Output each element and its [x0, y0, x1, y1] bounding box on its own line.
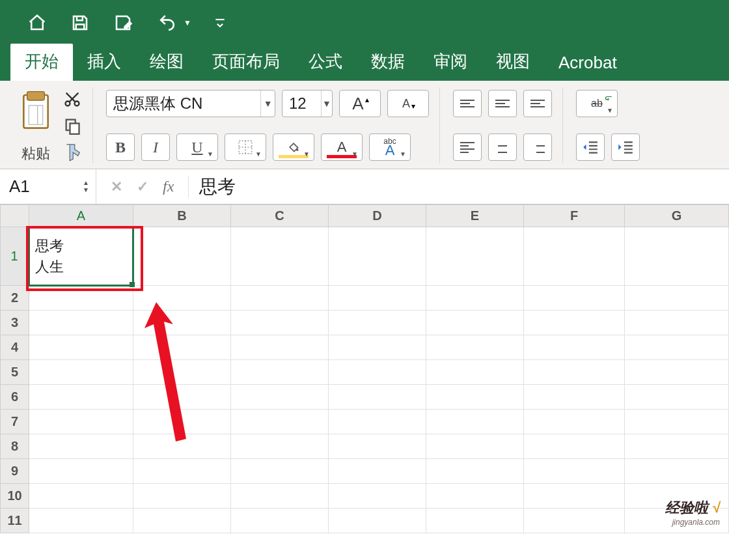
cell[interactable]	[133, 335, 231, 360]
cell[interactable]	[29, 410, 133, 434]
row-header[interactable]: 11	[1, 509, 29, 533]
borders-button[interactable]: ▼	[225, 133, 266, 161]
cell[interactable]	[329, 509, 426, 533]
cell[interactable]	[133, 311, 231, 335]
row-header[interactable]: 4	[1, 335, 29, 360]
tab-insert[interactable]: 插入	[73, 44, 135, 81]
cell[interactable]	[625, 227, 729, 286]
format-painter-icon[interactable]	[61, 141, 83, 162]
fx-icon[interactable]: fx	[163, 178, 174, 195]
column-header[interactable]: A	[29, 205, 133, 227]
cell[interactable]	[133, 434, 231, 459]
chevron-down-icon[interactable]: ▼	[321, 91, 332, 117]
cell[interactable]	[625, 434, 729, 459]
cell[interactable]	[524, 484, 625, 509]
cell[interactable]	[524, 385, 625, 410]
cell[interactable]	[625, 311, 729, 335]
cut-icon[interactable]	[61, 89, 83, 109]
cell[interactable]	[329, 227, 426, 286]
column-header[interactable]: C	[231, 205, 329, 227]
row-header[interactable]: 2	[1, 286, 29, 311]
cell[interactable]	[625, 360, 729, 385]
cell[interactable]	[133, 286, 231, 311]
row-header[interactable]: 1	[1, 227, 29, 286]
row-header[interactable]: 8	[1, 434, 29, 459]
bold-button[interactable]: B	[106, 133, 135, 161]
cell[interactable]	[426, 311, 524, 335]
cell[interactable]	[231, 459, 329, 484]
cell[interactable]	[625, 410, 729, 434]
cell[interactable]	[426, 227, 524, 286]
cell-A1[interactable]: 思考 人生	[29, 227, 133, 286]
tab-data[interactable]: 数据	[357, 44, 419, 81]
cell[interactable]	[524, 227, 625, 286]
cell[interactable]	[29, 335, 133, 360]
cell[interactable]	[133, 227, 231, 286]
column-header[interactable]: G	[625, 205, 729, 227]
cell[interactable]	[29, 385, 133, 410]
cell[interactable]	[426, 459, 524, 484]
font-size-input[interactable]	[282, 92, 321, 115]
cell[interactable]	[231, 434, 329, 459]
fill-handle[interactable]	[130, 282, 135, 287]
formula-input[interactable]: 思考	[189, 175, 729, 199]
cell[interactable]	[133, 509, 231, 533]
align-middle-button[interactable]	[488, 90, 517, 117]
decrease-font-button[interactable]: A▾	[387, 90, 429, 117]
cell[interactable]	[426, 360, 524, 385]
tab-review[interactable]: 审阅	[419, 44, 482, 81]
cell[interactable]	[231, 484, 329, 509]
home-icon[interactable]	[26, 12, 48, 34]
cell[interactable]	[29, 459, 133, 484]
cell[interactable]	[524, 335, 625, 360]
font-color-button[interactable]: A▼	[321, 133, 363, 161]
cell[interactable]	[231, 335, 329, 360]
tab-home[interactable]: 开始	[10, 44, 73, 81]
name-box-spinner[interactable]: ▲▼	[83, 180, 89, 193]
cell[interactable]	[524, 509, 625, 533]
cell[interactable]	[524, 410, 625, 434]
increase-font-button[interactable]: A▴	[339, 90, 381, 117]
cell[interactable]	[231, 385, 329, 410]
cell[interactable]	[524, 459, 625, 484]
column-header[interactable]: B	[133, 205, 231, 227]
cell[interactable]	[231, 286, 329, 311]
row-header[interactable]: 6	[1, 385, 29, 410]
cell[interactable]	[133, 360, 231, 385]
copy-icon[interactable]	[61, 115, 83, 136]
cell[interactable]	[29, 360, 133, 385]
cell[interactable]	[29, 509, 133, 533]
cell[interactable]	[133, 459, 231, 484]
phonetic-button[interactable]: abcA▼	[369, 133, 411, 161]
tab-formulas[interactable]: 公式	[294, 44, 357, 81]
cell[interactable]	[231, 509, 329, 533]
cell[interactable]	[29, 484, 133, 509]
cell[interactable]	[329, 286, 426, 311]
cell[interactable]	[625, 385, 729, 410]
cell[interactable]	[426, 385, 524, 410]
undo-icon[interactable]: ▼	[156, 12, 191, 34]
align-left-button[interactable]	[453, 133, 482, 161]
cell[interactable]	[329, 484, 426, 509]
cell[interactable]	[329, 335, 426, 360]
cell[interactable]	[133, 385, 231, 410]
cell[interactable]	[133, 484, 231, 509]
name-box[interactable]: A1 ▲▼	[0, 169, 96, 204]
customize-qat-icon[interactable]	[213, 12, 227, 34]
cell[interactable]	[329, 311, 426, 335]
cell[interactable]	[231, 360, 329, 385]
chevron-down-icon[interactable]: ▼	[260, 91, 275, 117]
cell[interactable]	[524, 360, 625, 385]
align-right-button[interactable]	[523, 133, 552, 161]
cell[interactable]	[625, 286, 729, 311]
italic-button[interactable]: I	[141, 133, 170, 161]
confirm-icon[interactable]: ✓	[137, 178, 148, 195]
row-header[interactable]: 5	[1, 360, 29, 385]
cell[interactable]	[524, 286, 625, 311]
row-header[interactable]: 9	[1, 459, 29, 484]
cell[interactable]	[426, 335, 524, 360]
save-icon[interactable]	[70, 12, 90, 34]
cell[interactable]	[329, 360, 426, 385]
column-header[interactable]: F	[524, 205, 625, 227]
cell[interactable]	[426, 509, 524, 533]
